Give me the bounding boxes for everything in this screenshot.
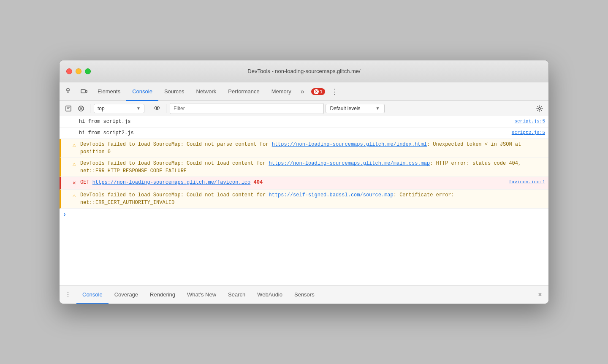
eye-icon[interactable]: 👁 — [152, 103, 163, 114]
console-line: ⚠ DevTools failed to load SourceMap: Cou… — [60, 158, 548, 177]
console-output: hi from script.js script.js:5 hi from sc… — [60, 116, 548, 285]
drawer-tab-rendering[interactable]: Rendering — [144, 285, 181, 304]
source-link[interactable]: script.js:5 — [514, 118, 545, 125]
console-line: hi from script2.js script2.js:5 — [60, 128, 548, 139]
source-map-link[interactable]: https://non-loading-sourcemaps.glitch.me… — [272, 141, 427, 147]
tab-console[interactable]: Console — [126, 82, 158, 101]
drawer-tab-search[interactable]: Search — [222, 285, 251, 304]
maximize-button[interactable] — [85, 68, 91, 74]
tab-bar: Elements Console Sources Network Perform… — [60, 82, 548, 101]
error-x-icon: ✕ — [314, 89, 319, 94]
traffic-lights — [66, 68, 91, 74]
drawer-menu-icon[interactable]: ⋮ — [63, 290, 73, 300]
inspect-element-icon[interactable] — [63, 85, 76, 98]
tab-performance[interactable]: Performance — [222, 82, 265, 101]
minimize-button[interactable] — [76, 68, 81, 74]
drawer-tab-whats-new[interactable]: What's New — [181, 285, 222, 304]
drawer-tab-coverage[interactable]: Coverage — [109, 285, 144, 304]
console-message: DevTools failed to load SourceMap: Could… — [80, 160, 545, 175]
source-map-link[interactable]: https://self-signed.badssl.com/source.ma… — [269, 192, 393, 198]
console-message: DevTools failed to load SourceMap: Could… — [80, 191, 545, 206]
toolbar-divider-2 — [148, 104, 148, 113]
http-status-code: 404 — [253, 179, 263, 185]
svg-rect-0 — [67, 89, 69, 91]
svg-point-5 — [539, 107, 541, 109]
tab-memory[interactable]: Memory — [266, 82, 297, 101]
window-title: DevTools - non-loading-sourcemaps.glitch… — [247, 68, 360, 74]
console-prompt[interactable]: › — [60, 209, 548, 220]
prompt-chevron-icon: › — [63, 211, 66, 218]
warning-icon: ⚠ — [71, 160, 78, 168]
settings-gear-icon[interactable] — [534, 103, 545, 114]
tab-sources[interactable]: Sources — [158, 82, 190, 101]
toolbar-divider-3 — [166, 104, 166, 113]
bottom-drawer: ⋮ Console Coverage Rendering What's New … — [60, 285, 548, 304]
error-count-badge[interactable]: ✕ 1 — [311, 88, 325, 95]
console-message: DevTools failed to load SourceMap: Could… — [80, 141, 545, 156]
device-toggle-icon[interactable] — [77, 85, 91, 98]
console-message: hi from script2.js — [79, 129, 508, 137]
levels-chevron-icon: ▼ — [376, 106, 380, 111]
console-line: ⚠ DevTools failed to load SourceMap: Cou… — [60, 139, 548, 158]
context-selector[interactable]: top ▼ — [94, 104, 144, 113]
drawer-tab-console[interactable]: Console — [76, 285, 109, 304]
warning-icon: ⚠ — [71, 141, 78, 149]
filter-input[interactable] — [170, 103, 324, 114]
error-icon: ✕ — [71, 179, 78, 187]
tab-elements[interactable]: Elements — [92, 82, 126, 101]
more-tabs-button[interactable]: » — [297, 88, 308, 95]
svg-rect-2 — [86, 90, 87, 92]
drawer-tab-webaudio[interactable]: WebAudio — [251, 285, 288, 304]
drawer-tab-sensors[interactable]: Sensors — [288, 285, 320, 304]
request-url-link[interactable]: https://non-loading-sourcemaps.glitch.me… — [92, 179, 250, 185]
source-link[interactable]: script2.js:5 — [512, 129, 545, 136]
console-message: GET https://non-loading-sourcemaps.glitc… — [80, 179, 505, 186]
svg-rect-1 — [81, 90, 85, 93]
default-levels-dropdown[interactable]: Default levels ▼ — [326, 104, 385, 113]
devtools-menu-button[interactable]: ⋮ — [328, 85, 341, 98]
close-button[interactable] — [66, 68, 72, 74]
chevron-down-icon: ▼ — [136, 106, 141, 111]
console-line: ⚠ DevTools failed to load SourceMap: Cou… — [60, 190, 548, 209]
close-drawer-button[interactable]: × — [535, 290, 545, 300]
execute-context-button[interactable] — [63, 103, 74, 114]
source-link[interactable]: favicon.ico:1 — [509, 179, 545, 186]
clear-console-button[interactable] — [76, 103, 87, 114]
title-bar: DevTools - non-loading-sourcemaps.glitch… — [60, 60, 548, 82]
source-map-link[interactable]: https://non-loading-sourcemaps.glitch.me… — [269, 160, 430, 166]
tab-network[interactable]: Network — [190, 82, 223, 101]
console-line: ✕ GET https://non-loading-sourcemaps.gli… — [60, 177, 548, 190]
devtools-window: DevTools - non-loading-sourcemaps.glitch… — [59, 60, 549, 304]
console-message: hi from script.js — [79, 118, 511, 125]
console-line: hi from script.js script.js:5 — [60, 116, 548, 128]
warning-icon: ⚠ — [71, 192, 78, 200]
toolbar-divider — [90, 104, 90, 113]
console-toolbar: top ▼ 👁 Default levels ▼ — [60, 101, 548, 116]
